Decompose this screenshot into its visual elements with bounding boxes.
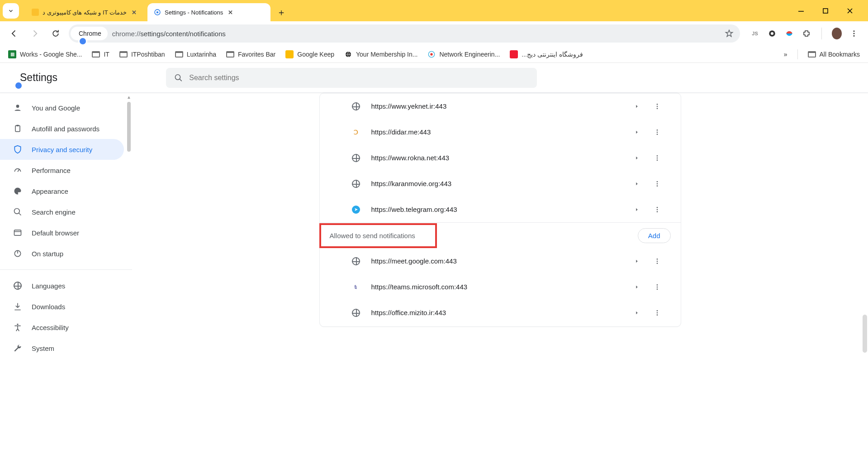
browser-tab-0[interactable]: خدمات IT و شبکه های کامپیوتری د ✕	[25, 3, 147, 21]
site-chip[interactable]: Chrome	[71, 27, 108, 40]
settings-search-input[interactable]	[189, 74, 529, 82]
sidebar-item-label: Search engine	[32, 208, 76, 216]
site-more-menu[interactable]	[654, 103, 669, 110]
all-bookmarks-button[interactable]: All Bookmarks	[808, 50, 860, 58]
sidebar-item-search-engine[interactable]: Search engine	[0, 201, 124, 222]
bookmark-item[interactable]: Luxtarinha	[175, 50, 216, 58]
bookmark-item[interactable]: Your Membership In...	[344, 50, 417, 58]
sidebar-item-languages[interactable]: Languages	[0, 275, 124, 296]
bookmark-item[interactable]: Google Keep	[285, 50, 334, 58]
chrome-menu-button[interactable]	[849, 29, 859, 38]
svg-rect-19	[14, 230, 21, 235]
site-more-menu[interactable]	[654, 206, 669, 213]
add-allowed-site-button[interactable]: Add	[638, 228, 671, 243]
profile-avatar[interactable]	[832, 29, 842, 38]
site-row[interactable]: ➤https://web.telegram.org:443	[320, 196, 681, 222]
sidebar-item-appearance[interactable]: Appearance	[0, 181, 124, 201]
bookmark-label: Luxtarinha	[187, 51, 216, 58]
sidebar-item-on-startup[interactable]: On startup	[0, 243, 124, 264]
didar-icon: Ↄ	[352, 128, 360, 136]
bookmarks-overflow[interactable]: »	[784, 51, 787, 58]
svg-point-33	[656, 181, 658, 182]
site-row[interactable]: https://office.mizito.ir:443	[320, 300, 681, 326]
nav-back-button[interactable]	[6, 26, 22, 41]
sidebar-scrollbar[interactable]: ▲	[126, 95, 132, 455]
site-row[interactable]: Ↄhttps://didar.me:443	[320, 119, 681, 145]
svg-point-25	[656, 105, 658, 107]
site-detail-arrow[interactable]	[635, 310, 650, 316]
tab-close-1[interactable]: ✕	[227, 9, 234, 16]
sidebar-item-autofill[interactable]: Autofill and passwords	[0, 118, 124, 139]
bookmark-label: All Bookmarks	[820, 51, 860, 58]
new-tab-button[interactable]: ＋	[275, 6, 288, 19]
tab-close-0[interactable]: ✕	[130, 9, 138, 16]
window-minimize[interactable]	[796, 5, 806, 16]
sidebar-item-accessibility[interactable]: Accessibility	[0, 317, 124, 338]
tab-list-dropdown[interactable]	[3, 3, 19, 19]
search-icon	[174, 73, 183, 82]
power-icon	[13, 249, 23, 259]
site-row[interactable]: tᵢhttps://teams.microsoft.com:443	[320, 274, 681, 300]
nav-reload-button[interactable]	[48, 26, 63, 41]
site-chip-label: Chrome	[79, 30, 101, 37]
bookmark-item[interactable]: فروشگاه اینترنتی دیج...	[510, 50, 583, 58]
window-maximize[interactable]	[820, 5, 831, 16]
bookmark-item[interactable]: ▦Works - Google She...	[8, 50, 82, 58]
globe-icon	[13, 281, 23, 291]
window-close[interactable]	[844, 5, 855, 16]
extensions-button[interactable]	[802, 29, 811, 38]
window-icon	[13, 228, 23, 238]
sidebar-item-default-browser[interactable]: Default browser	[0, 222, 124, 243]
allowed-section-header: Allowed to send notifications Add	[320, 223, 681, 248]
omnibox[interactable]: Chrome chrome://settings/content/notific…	[69, 24, 740, 43]
site-more-menu[interactable]	[654, 154, 669, 162]
extension-3-icon[interactable]	[784, 29, 794, 38]
extension-2-icon[interactable]	[767, 29, 777, 38]
site-row[interactable]: https://www.rokna.net:443	[320, 145, 681, 171]
settings-search-box[interactable]	[166, 68, 537, 88]
extension-js-icon[interactable]: JS	[750, 29, 760, 38]
site-detail-arrow[interactable]	[635, 103, 650, 110]
site-url: https://web.telegram.org:443	[371, 206, 457, 213]
sidebar-scroll-thumb[interactable]	[127, 102, 131, 152]
nav-forward-button	[27, 26, 43, 41]
sidebar-item-performance[interactable]: Performance	[0, 160, 124, 181]
sidebar-item-privacy-security[interactable]: Privacy and security	[0, 139, 124, 160]
sidebar-item-downloads[interactable]: Downloads	[0, 296, 124, 317]
svg-point-6	[854, 33, 855, 34]
site-detail-arrow[interactable]	[635, 181, 650, 187]
bookmark-item[interactable]: IT	[92, 50, 109, 58]
site-row[interactable]: https://meet.google.com:443	[320, 248, 681, 274]
tab-title-0: خدمات IT و شبکه های کامپیوتری د	[43, 9, 127, 16]
person-icon	[13, 103, 23, 113]
bookmark-item[interactable]: ITPoshtiban	[119, 50, 165, 58]
sidebar-item-label: Performance	[32, 167, 71, 174]
sidebar-item-you-and-google[interactable]: You and Google	[0, 97, 124, 118]
svg-point-37	[656, 209, 658, 210]
site-detail-arrow[interactable]	[635, 284, 650, 290]
bookmark-label: فروشگاه اینترنتی دیج...	[522, 51, 583, 58]
site-detail-arrow[interactable]	[635, 155, 650, 161]
svg-rect-2	[823, 9, 828, 13]
site-url: https://office.mizito.ir:443	[371, 309, 446, 316]
browser-toolbar: Chrome chrome://settings/content/notific…	[0, 21, 868, 46]
svg-line-16	[18, 169, 19, 172]
bookmark-label: Network Engineerin...	[439, 51, 500, 58]
site-row[interactable]: https://www.yeknet.ir:443	[320, 93, 681, 119]
bookmark-item[interactable]: Favorites Bar	[226, 50, 275, 58]
site-row[interactable]: https://karanmovie.org:443	[320, 171, 681, 196]
bookmark-item[interactable]: Network Engineerin...	[427, 50, 500, 58]
site-more-menu[interactable]	[654, 180, 669, 187]
site-detail-arrow[interactable]	[635, 258, 650, 264]
site-more-menu[interactable]	[654, 258, 669, 265]
bookmark-star-button[interactable]	[725, 29, 734, 38]
sidebar-item-system[interactable]: System	[0, 338, 124, 359]
site-more-menu[interactable]	[654, 129, 669, 136]
browser-tab-1[interactable]: Settings - Notifications ✕	[147, 3, 270, 21]
site-detail-arrow[interactable]	[635, 206, 650, 213]
site-more-menu[interactable]	[654, 309, 669, 316]
allowed-section-title: Allowed to send notifications	[330, 232, 415, 239]
site-detail-arrow[interactable]	[635, 129, 650, 135]
site-url: https://karanmovie.org:443	[371, 180, 452, 187]
site-more-menu[interactable]	[654, 283, 669, 291]
